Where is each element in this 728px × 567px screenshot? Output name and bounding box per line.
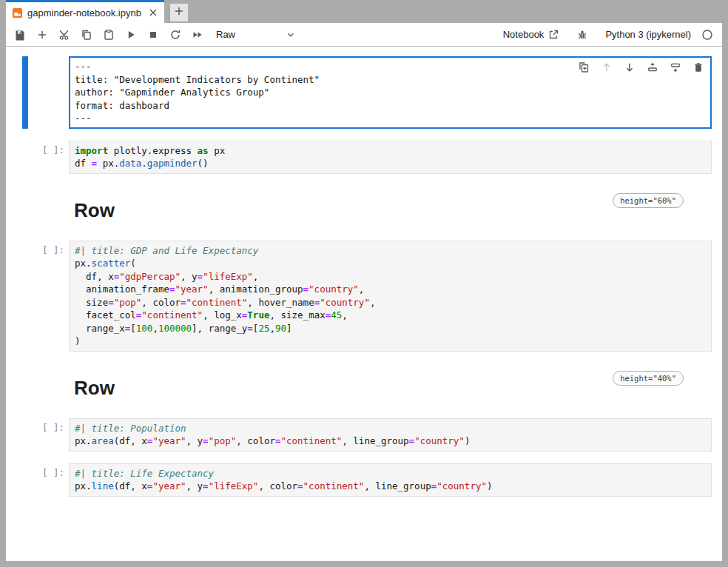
cell-prompt <box>6 56 69 60</box>
code-cell: [ ]:#| title: Population px.area(df, x="… <box>6 418 712 452</box>
add-icon <box>173 5 185 20</box>
cell-collapser[interactable] <box>22 56 28 129</box>
cell-gutter <box>6 56 69 129</box>
save-button[interactable] <box>9 25 31 44</box>
chevron-down-icon <box>286 30 296 40</box>
notebook-link-label: Notebook <box>503 29 545 40</box>
tab-bar: gapminder-notebook.ipynb <box>6 0 722 23</box>
cell-toolbar <box>578 61 704 73</box>
debugger-button[interactable] <box>571 25 593 44</box>
kernel-name[interactable]: Python 3 (ipykernel) <box>605 29 691 40</box>
height-attribute-badge: height="40%" <box>613 371 684 386</box>
raw-cell: --- title: "Development Indicators by Co… <box>6 56 712 129</box>
notebook-cells: --- title: "Development Indicators by Co… <box>6 56 722 497</box>
cell-gutter <box>6 366 69 408</box>
tab-title: gapminder-notebook.ipynb <box>27 7 141 19</box>
markdown-cell-body[interactable]: height="60%"Row <box>69 189 712 230</box>
cell-editor[interactable]: import plotly.express as px df = px.data… <box>69 141 712 174</box>
cell-prompt: [ ]: <box>6 463 69 478</box>
duplicate-icon[interactable] <box>578 61 590 73</box>
notebook-file-icon <box>12 7 23 19</box>
cell-editor[interactable]: --- title: "Development Indicators by Co… <box>69 56 712 129</box>
copy-cells-button[interactable] <box>75 25 98 44</box>
cell-gutter: [ ]: <box>6 141 69 174</box>
cut-cells-button[interactable] <box>53 25 75 44</box>
code-cell: [ ]:#| title: GDP and Life Expectancy px… <box>6 241 712 352</box>
markdown-cell: height="40%"Row <box>6 366 712 408</box>
code-cell: [ ]:#| title: Life Expectancy px.line(df… <box>6 463 712 497</box>
cell-type-label: Raw <box>216 29 235 40</box>
markdown-cell-body[interactable]: height="40%"Row <box>69 366 712 408</box>
cell-gutter: [ ]: <box>6 463 69 497</box>
cell-editor[interactable]: #| title: GDP and Life Expectancy px.sca… <box>69 241 712 352</box>
height-attribute-badge: height="60%" <box>613 193 684 208</box>
external-link-icon <box>547 29 559 41</box>
delete-icon[interactable] <box>692 61 704 73</box>
restart-kernel-button[interactable] <box>164 25 186 44</box>
tab-gapminder-notebook[interactable]: gapminder-notebook.ipynb <box>6 0 164 23</box>
toolbar-right-group: Notebook Python 3 (ipykernel) <box>503 25 713 44</box>
cell-editor[interactable]: #| title: Life Expectancy px.line(df, x=… <box>69 463 712 497</box>
open-in-notebook-link[interactable]: Notebook <box>503 29 560 41</box>
paste-cells-button[interactable] <box>98 25 120 44</box>
cell-source: #| title: Life Expectancy px.line(df, x=… <box>75 467 706 493</box>
interrupt-kernel-button[interactable] <box>142 25 164 44</box>
insert-cell-button[interactable] <box>31 25 53 44</box>
cell-source: import plotly.express as px df = px.data… <box>75 144 706 170</box>
insert-above-icon[interactable] <box>647 61 658 73</box>
jupyterlab-window: gapminder-notebook.ipynb Raw Notebook Py… <box>6 0 722 561</box>
close-icon[interactable] <box>147 7 159 19</box>
cell-source: #| title: GDP and Life Expectancy px.sca… <box>75 244 706 348</box>
run-cell-button[interactable] <box>120 25 142 44</box>
restart-run-all-button[interactable] <box>186 25 209 44</box>
cell-gutter: [ ]: <box>6 241 69 352</box>
kernel-status-icon[interactable] <box>701 29 713 41</box>
cell-source: #| title: Population px.area(df, x="year… <box>75 422 706 448</box>
move-down-icon[interactable] <box>624 61 636 73</box>
cell-prompt: [ ]: <box>6 241 69 255</box>
cell-gutter <box>6 189 69 230</box>
cell-gutter: [ ]: <box>6 418 69 452</box>
code-cell: [ ]:import plotly.express as px df = px.… <box>6 141 712 174</box>
cell-prompt: [ ]: <box>6 418 69 433</box>
cell-prompt: [ ]: <box>6 141 69 155</box>
notebook-content: --- title: "Development Indicators by Co… <box>6 47 722 561</box>
cell-type-select[interactable]: Raw <box>216 29 296 40</box>
markdown-cell: height="60%"Row <box>6 189 712 230</box>
insert-below-icon[interactable] <box>670 61 681 73</box>
notebook-toolbar: Raw Notebook Python 3 (ipykernel) <box>6 23 722 47</box>
cell-editor[interactable]: #| title: Population px.area(df, x="year… <box>69 418 712 452</box>
move-up-icon <box>601 61 613 73</box>
new-tab-button[interactable] <box>170 4 188 21</box>
